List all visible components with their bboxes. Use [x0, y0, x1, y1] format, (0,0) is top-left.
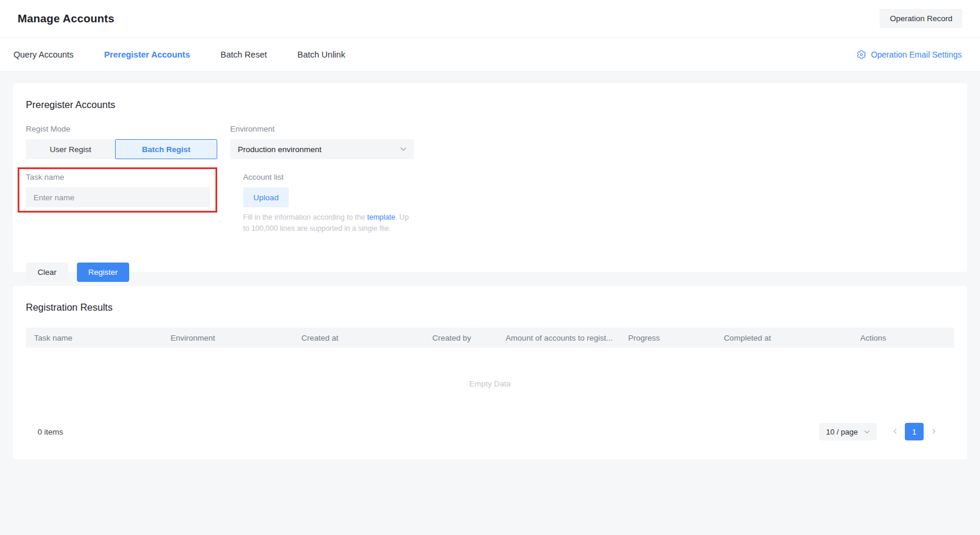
upload-button[interactable]: Upload: [243, 187, 289, 207]
batch-regist-option[interactable]: Batch Regist: [115, 139, 217, 159]
results-table-header: Task name Environment Created at Created…: [26, 328, 954, 348]
header-cell-completed-at: Completed at: [716, 334, 852, 342]
upload-hint-before: Fill in the information according to the: [243, 213, 367, 221]
tab-batch-unlink[interactable]: Batch Unlink: [298, 50, 345, 59]
content-area: Preregister Accounts Regist Mode User Re…: [0, 72, 980, 535]
header-cell-created-at: Created at: [293, 334, 424, 342]
user-regist-option[interactable]: User Regist: [26, 139, 115, 159]
empty-data-text: Empty Data: [469, 379, 511, 388]
operation-record-button[interactable]: Operation Record: [880, 9, 962, 28]
preregister-section-title: Preregister Accounts: [26, 99, 954, 110]
task-name-input[interactable]: [26, 187, 210, 207]
gear-icon: [857, 50, 866, 59]
preregister-card: Preregister Accounts Regist Mode User Re…: [13, 83, 967, 272]
items-count: 0 items: [38, 428, 63, 436]
header-cell-task-name: Task name: [26, 334, 162, 342]
task-name-highlight-box: Task name: [18, 167, 217, 213]
chevron-down-icon: [864, 428, 871, 435]
tab-batch-reset[interactable]: Batch Reset: [221, 50, 267, 59]
header-cell-progress: Progress: [620, 334, 716, 342]
chevron-left-icon: [892, 426, 898, 437]
page-size-value: 10 / page: [826, 428, 858, 436]
header-cell-created-by: Created by: [424, 334, 497, 342]
clear-button[interactable]: Clear: [26, 263, 68, 282]
header-cell-actions: Actions: [852, 334, 954, 342]
tab-preregister-accounts[interactable]: Preregister Accounts: [104, 50, 190, 59]
environment-select[interactable]: Production environment: [230, 139, 414, 159]
top-header: Manage Accounts Operation Record: [0, 0, 980, 38]
header-cell-amount: Amount of accounts to regist...: [497, 334, 620, 342]
form-row-1: Regist Mode User Regist Batch Regist Env…: [26, 125, 954, 159]
header-cell-environment: Environment: [162, 334, 293, 342]
next-page-button[interactable]: [925, 423, 942, 440]
form-row-2: Task name Account list Upload Fill in th…: [26, 167, 954, 235]
register-button[interactable]: Register: [77, 263, 129, 282]
environment-select-value: Production environment: [238, 145, 322, 154]
page-size-select[interactable]: 10 / page: [819, 423, 877, 440]
environment-label: Environment: [230, 125, 414, 133]
chevron-right-icon: [931, 426, 937, 437]
template-link[interactable]: template: [367, 213, 395, 221]
prev-page-button[interactable]: [886, 423, 904, 440]
upload-hint: Fill in the information according to the…: [243, 212, 412, 235]
results-card: Registration Results Task name Environme…: [13, 286, 967, 459]
operation-email-settings-link[interactable]: Operation Email Settings: [857, 50, 966, 59]
regist-mode-label: Regist Mode: [26, 125, 230, 133]
page-title: Manage Accounts: [18, 12, 114, 25]
tab-bar: Query Accounts Preregister Accounts Batc…: [0, 38, 980, 72]
pagination: 10 / page 1: [819, 423, 942, 440]
chevron-down-icon: [400, 146, 407, 153]
account-list-label: Account list: [243, 173, 412, 181]
form-actions: Clear Register: [26, 263, 954, 282]
empty-state: Empty Data: [26, 348, 954, 419]
table-footer: 0 items 10 / page 1: [26, 423, 954, 440]
regist-mode-toggle: User Regist Batch Regist: [26, 139, 217, 159]
page-1-button[interactable]: 1: [905, 423, 924, 440]
results-section-title: Registration Results: [26, 302, 954, 313]
tab-query-accounts[interactable]: Query Accounts: [14, 50, 73, 59]
task-name-label: Task name: [26, 173, 210, 181]
operation-email-settings-label: Operation Email Settings: [871, 50, 962, 59]
